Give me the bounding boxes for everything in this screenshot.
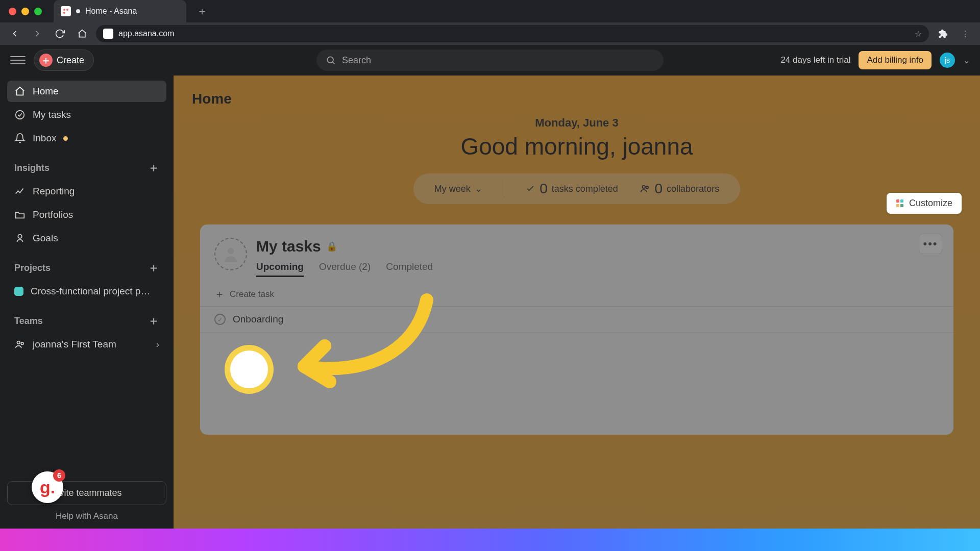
profile-photo-placeholder[interactable] — [214, 238, 247, 270]
tab-completed[interactable]: Completed — [386, 261, 433, 277]
tutorial-spotlight — [225, 345, 274, 394]
sidebar-item-reporting[interactable]: Reporting — [7, 181, 166, 202]
sidebar-item-label: Inbox — [33, 133, 56, 144]
sidebar-item-team[interactable]: joanna's First Team › — [7, 334, 166, 355]
sidebar-item-home[interactable]: Home — [7, 81, 166, 102]
user-avatar[interactable]: js — [940, 53, 955, 68]
sidebar-heading-projects: Projects ＋ — [7, 251, 166, 279]
sidebar-item-portfolios[interactable]: Portfolios — [7, 204, 166, 226]
tab-upcoming[interactable]: Upcoming — [256, 261, 304, 277]
svg-point-7 — [228, 248, 234, 254]
site-identity-icon — [103, 29, 113, 39]
reload-button[interactable] — [51, 25, 68, 42]
create-task-label: Create task — [230, 289, 274, 299]
reporting-icon — [14, 186, 26, 197]
heading-label: Teams — [14, 316, 43, 327]
sidebar-item-label: Home — [33, 86, 59, 97]
plus-icon: ＋ — [214, 287, 225, 301]
tab-overdue[interactable]: Overdue (2) — [319, 261, 371, 277]
inbox-unread-dot-icon — [63, 136, 68, 141]
sidebar-item-label: Portfolios — [33, 209, 73, 220]
card-title: My tasks 🔒 — [256, 238, 433, 255]
back-button[interactable] — [6, 25, 23, 42]
home-button[interactable] — [74, 25, 91, 42]
topbar-right: 24 days left in trial Add billing info j… — [780, 51, 970, 69]
card-menu-button[interactable]: ••• — [919, 234, 942, 254]
plus-icon: ＋ — [39, 54, 53, 67]
extensions-icon[interactable] — [934, 25, 951, 42]
search-icon — [326, 55, 336, 65]
sidebar-item-label: Goals — [33, 233, 58, 244]
svg-point-0 — [327, 57, 333, 63]
collab-label: collaborators — [667, 184, 719, 194]
card-tabs: Upcoming Overdue (2) Completed — [256, 261, 433, 277]
invite-teammates-button[interactable]: Invite teammates — [7, 481, 166, 505]
tasks-count: 0 — [540, 181, 548, 197]
browser-tab-strip: Home - Asana ＋ — [0, 0, 980, 22]
close-window-button[interactable] — [9, 8, 16, 15]
sidebar-footer: Invite teammates Help with Asana — [7, 481, 166, 521]
customize-button[interactable]: Customize — [887, 193, 962, 214]
sidebar-item-label: joanna's First Team — [33, 339, 116, 350]
home-icon — [14, 86, 26, 97]
tasks-completed-stat: 0 tasks completed — [525, 181, 618, 197]
add-project-button[interactable]: ＋ — [148, 260, 159, 276]
task-check-circle[interactable]: ✓ — [214, 314, 226, 325]
check-circle-icon — [14, 109, 26, 120]
stats-pill: My week ⌄ 0 tasks completed 0 collaborat… — [413, 173, 740, 204]
forward-button[interactable] — [29, 25, 46, 42]
trial-text: 24 days left in trial — [780, 55, 850, 65]
new-tab-button[interactable]: ＋ — [193, 3, 211, 20]
people-icon — [640, 183, 651, 194]
sidebar-toggle-button[interactable] — [10, 53, 26, 68]
page-title: Home — [192, 91, 962, 107]
sidebar-item-inbox[interactable]: Inbox — [7, 128, 166, 149]
divider — [504, 180, 504, 197]
tasks-label: tasks completed — [552, 184, 618, 194]
add-insight-button[interactable]: ＋ — [148, 160, 159, 176]
help-label: Help with Asana — [56, 511, 118, 521]
card-title-text: My tasks — [256, 238, 321, 255]
folder-icon — [14, 209, 26, 220]
asana-favicon — [61, 6, 71, 16]
chevron-down-icon[interactable]: ⌄ — [963, 56, 970, 65]
guide-badge[interactable]: g.6 — [32, 471, 63, 503]
create-button[interactable]: ＋ Create — [34, 49, 94, 71]
sidebar-heading-teams: Teams ＋ — [7, 304, 166, 332]
sidebar-item-label: Reporting — [33, 186, 75, 197]
main-area: Home Monday, June 3 Good morning, joanna… — [174, 76, 980, 529]
chevron-right-icon: › — [156, 339, 159, 350]
tutorial-bottom-bar — [0, 529, 980, 551]
svg-point-5 — [642, 186, 645, 189]
bookmark-star-icon[interactable]: ☆ — [915, 29, 922, 39]
sidebar-item-project[interactable]: Cross-functional project p… — [7, 281, 166, 302]
tab-title: Home - Asana — [85, 7, 137, 16]
address-bar[interactable]: app.asana.com ☆ — [96, 25, 929, 42]
add-billing-button[interactable]: Add billing info — [859, 51, 932, 69]
help-link[interactable]: Help with Asana — [56, 511, 118, 521]
svg-point-3 — [17, 341, 20, 344]
customize-label: Customize — [909, 198, 952, 209]
browser-nav: app.asana.com ☆ ⋮ — [0, 22, 980, 45]
chevron-down-icon: ⌄ — [475, 183, 482, 194]
fullscreen-window-button[interactable] — [34, 8, 42, 15]
bell-icon — [14, 133, 26, 144]
add-team-button[interactable]: ＋ — [148, 313, 159, 329]
my-week-label: My week — [434, 184, 471, 194]
sidebar: Home My tasks Inbox Insights ＋ Reporting… — [0, 76, 174, 529]
date-line: Monday, June 3 — [192, 116, 962, 130]
svg-point-1 — [16, 111, 24, 119]
customize-grid-icon — [896, 199, 905, 208]
sidebar-item-my-tasks[interactable]: My tasks — [7, 104, 166, 126]
search-input[interactable]: Search — [316, 49, 664, 71]
heading-label: Projects — [14, 263, 51, 273]
goals-icon — [14, 233, 26, 244]
sidebar-item-label: Cross-functional project p… — [31, 286, 150, 297]
window-controls — [0, 8, 51, 15]
my-week-dropdown[interactable]: My week ⌄ — [434, 183, 482, 194]
browser-menu-icon[interactable]: ⋮ — [957, 25, 974, 42]
minimize-window-button[interactable] — [21, 8, 29, 15]
browser-tab[interactable]: Home - Asana — [54, 0, 186, 22]
sidebar-item-goals[interactable]: Goals — [7, 228, 166, 249]
svg-point-2 — [18, 235, 21, 238]
